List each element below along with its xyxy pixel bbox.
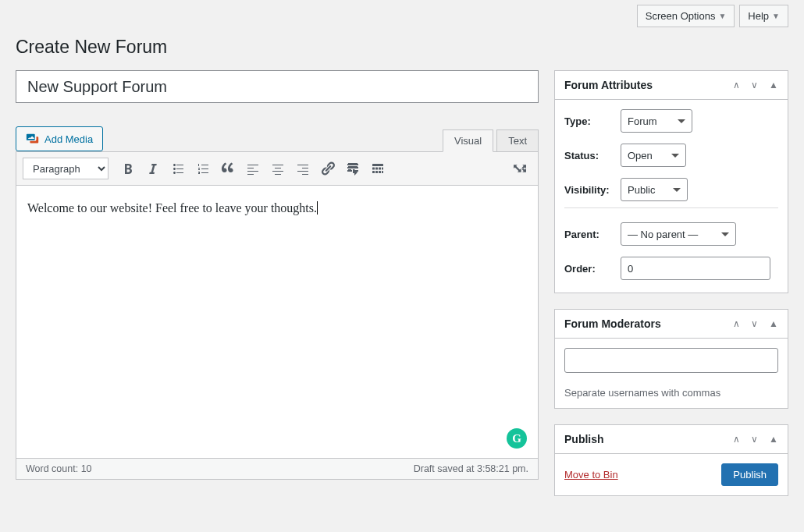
add-media-label: Add Media [44,133,93,145]
toolbar-toggle-button[interactable] [366,157,390,180]
type-label: Type: [564,115,621,127]
main-column: Add Media Visual Text Paragraph [16,70,539,480]
move-down-icon[interactable]: ∨ [751,318,758,329]
number-list-button[interactable] [191,157,215,180]
screen-options-label: Screen Options [646,10,716,22]
blockquote-button[interactable] [216,157,240,180]
order-input[interactable] [621,257,770,280]
svg-rect-11 [379,171,381,173]
move-down-icon[interactable]: ∨ [751,434,758,445]
align-right-button[interactable] [291,157,315,180]
add-media-button[interactable]: Add Media [16,126,103,151]
forum-moderators-title: Forum Moderators [564,317,661,330]
editor-toolbar: Paragraph [16,151,539,186]
svg-rect-8 [382,168,383,170]
link-button[interactable] [316,157,340,180]
forum-attributes-box: Forum Attributes ∧ ∨ ▲ Type: Forum Statu… [554,70,788,293]
publish-title: Publish [564,433,604,445]
move-down-icon[interactable]: ∨ [751,80,758,90]
publish-button[interactable]: Publish [721,463,778,486]
editor-text: Welcome to our website! Feel free to lea… [27,201,317,215]
draft-saved-text: Draft saved at 3:58:21 pm. [414,463,528,474]
chevron-down-icon: ▼ [772,12,780,20]
screen-options-button[interactable]: Screen Options ▼ [637,5,735,27]
media-icon [26,132,40,146]
svg-rect-10 [375,171,378,173]
parent-select[interactable]: — No parent — [621,222,736,246]
editor-content-area[interactable]: Welcome to our website! Feel free to lea… [16,186,539,459]
italic-button[interactable] [141,157,165,180]
align-left-button[interactable] [241,157,265,180]
toggle-icon[interactable]: ▲ [769,318,778,329]
chevron-down-icon: ▼ [718,12,726,20]
moderators-input[interactable] [564,348,778,373]
forum-moderators-box: Forum Moderators ∧ ∨ ▲ Separate username… [554,309,788,409]
editor-wrapper: Add Media Visual Text Paragraph [16,126,539,480]
toggle-icon[interactable]: ▲ [769,434,778,445]
bold-button[interactable] [116,157,140,180]
editor-status-bar: Word count: 10 Draft saved at 3:58:21 pm… [16,459,539,480]
fullscreen-button[interactable] [508,157,532,180]
status-select[interactable]: Open [621,144,686,167]
editor-tabs: Visual Text [443,129,539,151]
svg-rect-6 [375,168,378,170]
svg-rect-3 [354,170,358,172]
svg-rect-12 [382,171,383,173]
visibility-select[interactable]: Public [621,178,688,201]
move-up-icon[interactable]: ∧ [733,434,740,445]
svg-rect-1 [347,167,358,168]
top-bar: Screen Options ▼ Help ▼ [16,0,788,30]
svg-rect-7 [379,168,381,170]
bullet-list-button[interactable] [166,157,190,180]
more-button[interactable] [341,157,365,180]
svg-rect-5 [372,168,375,170]
sidebar-column: Forum Attributes ∧ ∨ ▲ Type: Forum Statu… [554,70,788,512]
svg-rect-2 [347,170,352,172]
moderators-hint: Separate usernames with commas [564,387,778,399]
svg-rect-4 [372,164,383,166]
visibility-label: Visibility: [564,184,621,196]
move-up-icon[interactable]: ∧ [733,80,740,90]
page-title: Create New Forum [16,30,788,70]
svg-rect-0 [347,164,358,165]
status-label: Status: [564,150,621,161]
title-input[interactable] [16,70,539,103]
tab-text[interactable]: Text [496,129,539,151]
parent-label: Parent: [564,229,621,240]
grammarly-icon[interactable]: G [507,428,527,449]
text-cursor [317,201,318,215]
svg-rect-9 [372,171,375,173]
word-count: Word count: 10 [26,463,92,474]
format-select[interactable]: Paragraph [23,158,109,179]
move-to-bin-link[interactable]: Move to Bin [564,469,618,481]
help-label: Help [748,10,769,22]
align-center-button[interactable] [266,157,290,180]
order-label: Order: [564,263,621,275]
forum-attributes-title: Forum Attributes [564,79,653,91]
tab-visual[interactable]: Visual [443,129,493,152]
toggle-icon[interactable]: ▲ [769,80,778,90]
publish-box: Publish ∧ ∨ ▲ Move to Bin Publish [554,424,788,496]
type-select[interactable]: Forum [621,109,692,133]
move-up-icon[interactable]: ∧ [733,318,740,329]
help-button[interactable]: Help ▼ [739,5,788,27]
